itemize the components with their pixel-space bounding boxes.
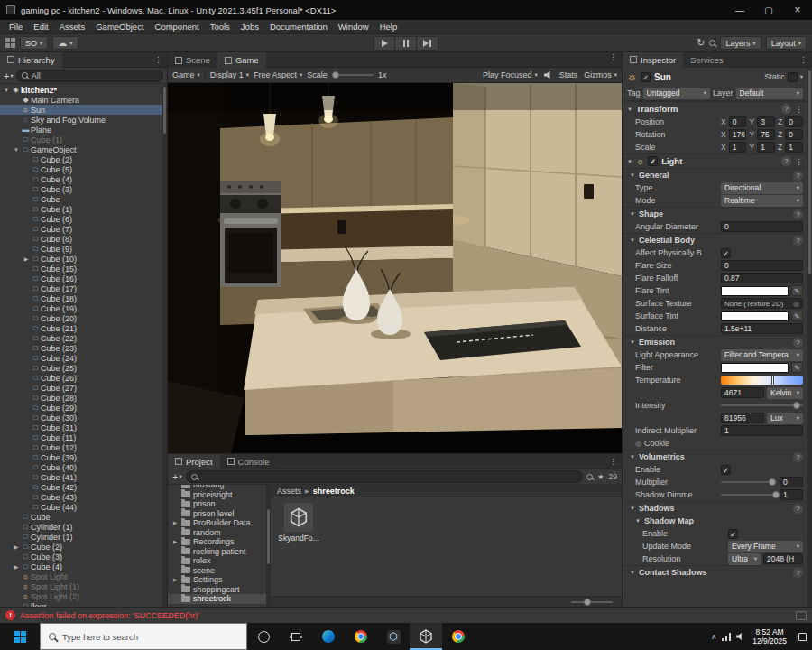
static-checkbox[interactable] <box>788 72 798 82</box>
hierarchy-item[interactable]: □Cube (43) <box>0 492 167 502</box>
hierarchy-item[interactable]: □Cube (19) <box>0 303 167 313</box>
mute-audio-icon[interactable] <box>544 71 553 79</box>
temperature-gradient-slider[interactable] <box>721 376 803 385</box>
subsection-header[interactable]: ▼Shadow Map <box>623 515 807 527</box>
hierarchy-item[interactable]: ▬Plane <box>0 125 167 135</box>
project-folder[interactable]: ▶ProBuilder Data <box>168 518 270 528</box>
hierarchy-item[interactable]: □Cube (16) <box>0 274 167 283</box>
hierarchy-item[interactable]: ◌Sky and Fog Volume <box>0 115 167 125</box>
object-field[interactable]: None (Texture 2D)◎ <box>721 298 803 309</box>
volume-icon[interactable] <box>736 633 743 640</box>
hierarchy-item[interactable]: □Cube (3) <box>0 184 167 194</box>
hierarchy-item[interactable]: ▶□Cube (4) <box>0 562 167 571</box>
add-gameobject-button[interactable]: +▾ <box>4 70 14 81</box>
cloud-services-dropdown[interactable]: ☁ ▾ <box>52 36 78 50</box>
hierarchy-item[interactable]: □Cylinder (1) <box>0 532 167 542</box>
favorites-star-icon[interactable]: ★ <box>597 472 604 481</box>
expand-arrow-icon[interactable]: ▶ <box>12 563 21 570</box>
game-viewport[interactable] <box>168 83 622 453</box>
folder-arrow-icon[interactable]: ▶ <box>171 577 179 582</box>
panel-menu-icon[interactable]: ⋮ <box>795 55 812 64</box>
hierarchy-item[interactable]: □Cube (24) <box>0 353 167 363</box>
search-by-type-icon[interactable] <box>586 474 593 480</box>
hierarchy-item[interactable]: ◆Main Camera <box>0 95 167 105</box>
axis-value-field[interactable]: 0 <box>785 129 803 140</box>
project-folder[interactable]: rolex <box>168 556 270 566</box>
hierarchy-item[interactable]: ▶□Cube (10) <box>0 254 167 264</box>
tab-scene[interactable]: Scene <box>168 52 217 68</box>
hierarchy-item[interactable]: □Cube (23) <box>0 343 167 353</box>
menu-item-assets[interactable]: Assets <box>54 20 91 33</box>
hierarchy-item[interactable]: □Cube <box>0 512 167 522</box>
dropdown-field[interactable]: Every Frame▾ <box>728 541 803 552</box>
hierarchy-item[interactable]: □Cube (6) <box>0 214 167 224</box>
section-header-general[interactable]: ▼General? <box>623 168 807 181</box>
checkbox[interactable]: ✓ <box>721 248 731 258</box>
value-field[interactable]: 1 <box>780 489 803 500</box>
hierarchy-item[interactable]: ▶□Cube (2) <box>0 542 167 552</box>
object-name[interactable]: Sun <box>654 72 671 82</box>
axis-value-field[interactable]: 75 <box>757 129 775 140</box>
hierarchy-item[interactable]: ▼◈kitchen2* <box>0 85 167 95</box>
tab-game[interactable]: Game <box>217 52 266 68</box>
panel-menu-icon[interactable]: ⋮ <box>604 457 622 466</box>
checkbox[interactable]: ✓ <box>728 529 738 539</box>
hierarchy-item[interactable]: □Cylinder (1) <box>0 522 167 532</box>
menu-item-gameobject[interactable]: GameObject <box>90 20 149 33</box>
pause-button[interactable] <box>395 36 417 51</box>
inspector-scrollbar[interactable] <box>807 69 812 607</box>
thumbnail-zoom-slider[interactable] <box>571 601 613 603</box>
hierarchy-item[interactable]: □Cube (7) <box>0 224 167 234</box>
display-dropdown[interactable]: Display 1 ▾ <box>210 70 249 79</box>
menu-item-documentation[interactable]: Documentation <box>264 20 333 33</box>
project-folder[interactable]: ▶Recordings <box>168 537 270 547</box>
tab-inspector[interactable]: Inspector <box>623 52 683 68</box>
dropdown-field[interactable]: Filter and Tempera▾ <box>721 349 803 361</box>
hierarchy-scrollbar[interactable] <box>162 85 167 607</box>
folder-scrollbar[interactable] <box>266 485 270 607</box>
slider[interactable] <box>721 477 777 488</box>
maximize-button[interactable]: ▢ <box>754 0 783 20</box>
cortana-button[interactable] <box>247 623 280 650</box>
project-folder[interactable]: random <box>168 528 270 538</box>
hierarchy-item[interactable]: ▼□GameObject <box>0 144 167 154</box>
axis-value-field[interactable]: 0 <box>785 116 803 127</box>
hidden-icons-chevron[interactable]: ∧ <box>711 633 716 641</box>
search-icon[interactable] <box>709 40 715 46</box>
hierarchy-item[interactable]: □Cube (1) <box>0 135 167 144</box>
project-folder[interactable]: prison level <box>168 509 270 519</box>
hierarchy-item[interactable]: □Cube (9) <box>0 244 167 254</box>
slider-handle[interactable] <box>584 599 591 606</box>
slider-handle[interactable] <box>332 71 339 79</box>
hierarchy-item[interactable]: □Cube (15) <box>0 264 167 274</box>
axis-value-field[interactable]: 1 <box>757 142 775 153</box>
section-header-emission[interactable]: ▼Emission? <box>623 335 807 348</box>
hierarchy-item[interactable]: □Cube (27) <box>0 383 167 393</box>
axis-value-field[interactable]: 1 <box>785 142 803 153</box>
hierarchy-item[interactable]: ☼Sun <box>0 105 167 115</box>
hierarchy-item[interactable]: □Cube (2) <box>0 154 167 164</box>
hierarchy-item[interactable]: □Cube (5) <box>0 164 167 174</box>
slider[interactable] <box>721 400 803 411</box>
close-button[interactable]: × <box>783 0 812 20</box>
hierarchy-item[interactable]: □Cube (22) <box>0 333 167 343</box>
dropdown-field[interactable]: Directional▾ <box>721 182 803 194</box>
value-field[interactable]: 81956 <box>721 413 764 423</box>
notification-center-button[interactable] <box>796 633 808 641</box>
checkbox[interactable]: ✓ <box>721 465 731 475</box>
axis-value-field[interactable]: 176.5 <box>729 129 747 140</box>
asset-grid[interactable]: SkyandFo... <box>271 497 622 596</box>
transform-component-header[interactable]: ▼ Transform ? ⋮ <box>623 101 807 116</box>
start-button[interactable] <box>0 623 40 650</box>
number-field[interactable]: 0 <box>721 260 803 271</box>
hierarchy-item[interactable]: □Cube (30) <box>0 413 167 422</box>
hierarchy-item[interactable]: □Cube (29) <box>0 403 167 413</box>
dropdown-field[interactable]: Realtime▾ <box>721 195 803 207</box>
menu-item-window[interactable]: Window <box>333 20 374 33</box>
layout-dropdown[interactable]: Layout ▾ <box>766 36 807 50</box>
object-picker-icon[interactable]: ◎ <box>635 440 641 448</box>
hidden-package-count[interactable]: 29 <box>609 472 617 481</box>
section-header-volumetrics[interactable]: ▼Volumetrics? <box>623 450 807 463</box>
value-field[interactable]: 2048 (H <box>763 553 803 564</box>
section-header-celestial-body[interactable]: ▼Celestial Body? <box>623 233 807 246</box>
